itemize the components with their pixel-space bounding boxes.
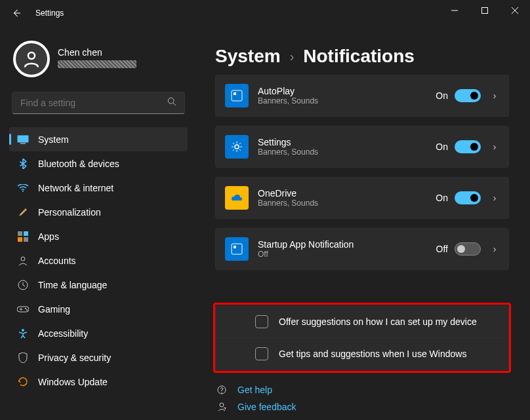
nav-label: Gaming bbox=[38, 304, 70, 315]
svg-rect-16 bbox=[232, 90, 242, 101]
toggle-state: Off bbox=[436, 244, 448, 254]
chevron-right-icon[interactable]: › bbox=[490, 142, 499, 152]
accounts-icon bbox=[17, 255, 29, 267]
shield-icon bbox=[17, 352, 29, 364]
app-title: OneDrive bbox=[258, 188, 436, 199]
clock-icon bbox=[17, 279, 29, 291]
svg-rect-20 bbox=[234, 246, 236, 248]
app-title: Settings bbox=[258, 137, 436, 147]
nav-item-privacy[interactable]: Privacy & security bbox=[9, 345, 188, 370]
autoplay-icon bbox=[225, 84, 249, 107]
update-icon bbox=[17, 376, 29, 388]
svg-rect-8 bbox=[18, 237, 22, 242]
search-box[interactable] bbox=[12, 92, 185, 114]
user-email-redacted bbox=[58, 60, 136, 68]
chevron-right-icon: › bbox=[290, 49, 295, 64]
svg-point-1 bbox=[28, 52, 35, 59]
checkbox[interactable] bbox=[255, 347, 268, 360]
checkbox[interactable] bbox=[255, 315, 268, 328]
bluetooth-icon bbox=[17, 158, 29, 170]
breadcrumb-root[interactable]: System bbox=[215, 46, 281, 67]
app-title: AutoPlay bbox=[258, 86, 436, 96]
brush-icon bbox=[17, 206, 29, 218]
onedrive-icon bbox=[225, 186, 249, 210]
app-title: Startup App Notification bbox=[258, 239, 436, 250]
chevron-right-icon[interactable]: › bbox=[490, 244, 499, 254]
toggle-switch[interactable] bbox=[455, 89, 481, 102]
settings-app-icon bbox=[225, 135, 249, 159]
svg-point-5 bbox=[22, 191, 24, 192]
chevron-right-icon[interactable]: › bbox=[490, 90, 499, 101]
minimize-button[interactable] bbox=[439, 0, 470, 21]
toggle-switch[interactable] bbox=[455, 242, 481, 256]
search-icon bbox=[167, 97, 176, 109]
main-panel: System › Notifications AutoPlay Banners,… bbox=[197, 26, 530, 420]
svg-point-13 bbox=[25, 308, 26, 309]
user-account[interactable]: Chen chen bbox=[9, 38, 188, 88]
nav-item-system[interactable]: System bbox=[9, 127, 188, 151]
avatar bbox=[13, 41, 50, 77]
link-label: Get help bbox=[237, 385, 272, 395]
give-feedback-link[interactable]: Give feedback bbox=[215, 402, 509, 412]
toggle-switch[interactable] bbox=[455, 140, 481, 153]
svg-point-22 bbox=[221, 392, 222, 392]
back-button[interactable] bbox=[12, 9, 28, 18]
nav-item-update[interactable]: Windows Update bbox=[9, 370, 188, 394]
check-label: Offer suggestions on how I can set up my… bbox=[279, 316, 477, 327]
nav-label: Apps bbox=[38, 231, 59, 242]
search-input[interactable] bbox=[20, 98, 167, 108]
titlebar: Settings bbox=[0, 0, 530, 26]
svg-rect-19 bbox=[232, 244, 242, 254]
nav-label: Bluetooth & devices bbox=[38, 159, 119, 169]
svg-rect-17 bbox=[234, 92, 236, 95]
nav-item-time[interactable]: Time & language bbox=[9, 273, 188, 297]
close-button[interactable] bbox=[500, 0, 530, 21]
nav-label: Windows Update bbox=[38, 377, 108, 387]
toggle-state: On bbox=[436, 193, 448, 203]
check-row-offer-suggestions[interactable]: Offer suggestions on how I can set up my… bbox=[215, 305, 509, 337]
app-sub: Banners, Sounds bbox=[258, 199, 436, 208]
nav-label: Personalization bbox=[38, 207, 101, 218]
toggle-state: On bbox=[436, 90, 448, 101]
app-sub: Banners, Sounds bbox=[258, 147, 436, 157]
user-name: Chen chen bbox=[58, 47, 136, 58]
app-sub: Banners, Sounds bbox=[258, 96, 436, 105]
toggle-switch[interactable] bbox=[455, 191, 481, 204]
window-title: Settings bbox=[35, 9, 64, 18]
app-row-autoplay[interactable]: AutoPlay Banners, Sounds On › bbox=[215, 75, 509, 117]
page-title: Notifications bbox=[303, 46, 415, 67]
nav-item-accessibility[interactable]: Accessibility bbox=[9, 321, 188, 345]
nav-label: Time & language bbox=[38, 280, 107, 290]
link-label: Give feedback bbox=[237, 402, 296, 412]
apps-icon bbox=[17, 231, 29, 242]
nav-label: System bbox=[38, 134, 69, 145]
startup-icon bbox=[225, 237, 249, 261]
chevron-right-icon[interactable]: › bbox=[490, 193, 499, 203]
app-row-settings[interactable]: Settings Banners, Sounds On › bbox=[215, 126, 509, 168]
nav-item-bluetooth[interactable]: Bluetooth & devices bbox=[9, 151, 188, 176]
check-row-get-tips[interactable]: Get tips and suggestions when I use Wind… bbox=[215, 337, 509, 370]
svg-rect-12 bbox=[17, 307, 29, 312]
app-row-onedrive[interactable]: OneDrive Banners, Sounds On › bbox=[215, 177, 509, 219]
maximize-button[interactable] bbox=[470, 0, 500, 21]
svg-rect-9 bbox=[24, 237, 28, 242]
nav-label: Accounts bbox=[38, 256, 76, 266]
toggle-state: On bbox=[436, 142, 448, 152]
help-icon bbox=[215, 385, 228, 395]
svg-point-2 bbox=[168, 98, 174, 104]
nav-item-accounts[interactable]: Accounts bbox=[9, 248, 188, 273]
app-row-startup[interactable]: Startup App Notification Off Off › bbox=[215, 228, 509, 270]
svg-rect-3 bbox=[18, 135, 29, 142]
nav-item-apps[interactable]: Apps bbox=[9, 224, 188, 248]
sidebar: Chen chen System Bluetooth & devices Net… bbox=[0, 26, 197, 420]
nav-item-personalization[interactable]: Personalization bbox=[9, 200, 188, 224]
svg-rect-7 bbox=[24, 231, 28, 236]
svg-rect-6 bbox=[18, 231, 22, 236]
get-help-link[interactable]: Get help bbox=[215, 385, 509, 395]
system-icon bbox=[17, 134, 29, 145]
nav-item-gaming[interactable]: Gaming bbox=[9, 297, 188, 321]
nav-label: Privacy & security bbox=[38, 353, 111, 363]
nav-item-network[interactable]: Network & internet bbox=[9, 176, 188, 200]
svg-point-23 bbox=[220, 403, 224, 407]
app-sub: Off bbox=[258, 250, 436, 259]
